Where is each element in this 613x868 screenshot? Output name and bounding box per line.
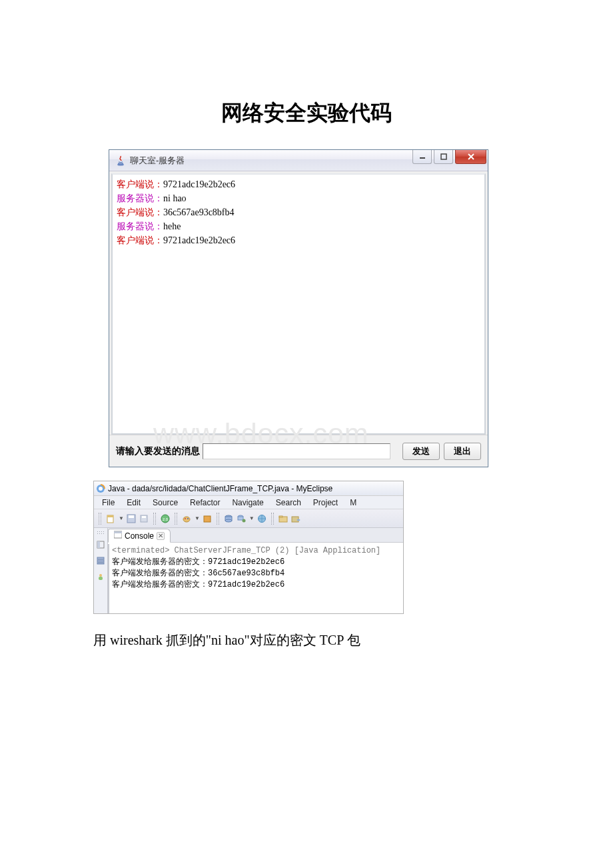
console-terminated-line: <terminated> ChatServerJFrame_TCP (2) [J…: [112, 545, 400, 557]
dropdown-arrow-icon[interactable]: ▼: [249, 515, 255, 521]
exit-button[interactable]: 退出: [444, 443, 481, 460]
console-tab-row: Console ✕: [108, 528, 403, 543]
eclipse-sidebar: [94, 528, 108, 613]
java-icon: [115, 155, 126, 166]
toolbar-grip: [153, 513, 156, 525]
input-label: 请输入要发送的消息: [116, 445, 200, 457]
svg-rect-29: [97, 541, 100, 548]
msg-value: hehe: [163, 221, 181, 231]
svg-rect-34: [99, 577, 103, 580]
svg-text:2.0: 2.0: [163, 517, 169, 521]
servers-icon[interactable]: [95, 555, 106, 566]
svg-point-33: [99, 574, 102, 577]
svg-rect-6: [107, 515, 113, 517]
window-controls: [412, 150, 488, 165]
caption-text: 用 wireshark 抓到的"ni hao"对应的密文 TCP 包: [93, 631, 613, 649]
message-input[interactable]: [203, 443, 390, 459]
svg-rect-8: [129, 515, 134, 518]
msg-value: 9721adc19e2b2ec6: [163, 235, 235, 245]
toolbar-grip: [99, 513, 101, 525]
console-tab[interactable]: Console ✕: [108, 529, 171, 543]
menu-project[interactable]: Project: [307, 497, 344, 508]
dropdown-arrow-icon[interactable]: ▼: [119, 515, 124, 521]
menu-edit[interactable]: Edit: [121, 497, 147, 508]
svg-rect-36: [114, 531, 122, 533]
svg-point-19: [225, 519, 232, 522]
toolbar-grip: [271, 513, 274, 525]
eclipse-main: Console ✕ <terminated> ChatServerJFrame_…: [108, 528, 403, 613]
globe2-icon[interactable]: [257, 513, 267, 524]
eclipse-titlebar: Java - dada/src/lidada/ChatClientJFrame_…: [94, 481, 403, 496]
eclipse-toolbar: ▼ 2.0 ▼ ▼: [94, 509, 403, 528]
new-icon[interactable]: [105, 513, 116, 524]
menu-file[interactable]: File: [96, 497, 121, 508]
svg-rect-31: [97, 560, 104, 562]
svg-rect-32: [97, 563, 104, 564]
chat-message-line: 服务器说：hehe: [117, 219, 480, 233]
palette-icon[interactable]: [181, 513, 192, 524]
svg-point-4: [99, 487, 103, 491]
svg-rect-16: [204, 516, 211, 522]
chat-message-line: 客户端说：36c567ae93c8bfb4: [117, 205, 480, 219]
console-icon: [114, 531, 122, 541]
chat-input-bar: 请输入要发送的消息 发送 退出: [109, 435, 488, 467]
close-button[interactable]: [455, 150, 486, 164]
save-all-icon[interactable]: [139, 513, 149, 524]
dropdown-arrow-icon[interactable]: ▼: [195, 515, 200, 521]
db-icon[interactable]: [223, 513, 234, 524]
close-tab-icon[interactable]: ✕: [157, 532, 165, 540]
msg-prefix: 服务器说：: [117, 193, 163, 203]
save-icon[interactable]: [126, 513, 137, 524]
msg-prefix: 服务器说：: [117, 221, 163, 231]
folder-icon[interactable]: [278, 513, 289, 524]
menu-navigate[interactable]: Navigate: [226, 497, 269, 508]
svg-rect-26: [292, 517, 299, 522]
msg-value: 9721adc19e2b2ec6: [163, 179, 235, 189]
menu-source[interactable]: Source: [147, 497, 184, 508]
chat-message-area: 客户端说：9721adc19e2b2ec6 服务器说：ni hao 客户端说：3…: [111, 173, 486, 435]
chat-message-line: 客户端说：9721adc19e2b2ec6: [117, 233, 480, 247]
msg-prefix: 客户端说：: [117, 235, 163, 245]
console-tab-label: Console: [125, 531, 154, 541]
eclipse-body: Console ✕ <terminated> ChatServerJFrame_…: [94, 528, 403, 613]
chat-message-line: 客户端说：9721adc19e2b2ec6: [117, 177, 480, 191]
box-icon[interactable]: [202, 513, 213, 524]
chat-window-title: 聊天室-服务器: [130, 155, 185, 167]
svg-point-27: [297, 519, 300, 520]
chat-window: 聊天室-服务器 客户端说：9721adc19e2b2ec6 服务器说：ni ha…: [109, 149, 488, 467]
svg-rect-21: [238, 517, 243, 520]
person-icon[interactable]: [95, 571, 106, 582]
eclipse-title-text: Java - dada/src/lidada/ChatClientJFrame_…: [108, 484, 332, 493]
maximize-button[interactable]: [434, 150, 453, 164]
toolbar-grip: [175, 513, 177, 525]
svg-point-14: [185, 518, 186, 519]
console-output-line: 客户端发给服务器的密文：36c567ae93c8bfb4: [112, 568, 400, 579]
toolbar-grip: [217, 513, 219, 525]
send-button[interactable]: 发送: [402, 443, 440, 460]
msg-prefix: 客户端说：: [117, 207, 163, 217]
svg-rect-2: [441, 154, 446, 159]
minimize-button[interactable]: [412, 150, 432, 164]
page-title: 网络安全实验代码: [0, 99, 613, 128]
db2-icon[interactable]: [236, 513, 247, 524]
console-output-line: 客户端发给服务器的密文：9721adc19e2b2ec6: [112, 557, 400, 568]
msg-value: 36c567ae93c8bfb4: [163, 207, 235, 217]
folder-db-icon[interactable]: [291, 513, 301, 524]
sidebar-grip: [97, 531, 105, 534]
menu-more[interactable]: M: [344, 497, 362, 508]
eclipse-window: Java - dada/src/lidada/ChatClientJFrame_…: [93, 481, 404, 614]
menu-refactor[interactable]: Refactor: [184, 497, 226, 508]
myeclipse-icon: [96, 484, 105, 493]
svg-point-15: [187, 518, 189, 519]
restore-view-icon[interactable]: [95, 539, 106, 550]
globe-icon[interactable]: 2.0: [160, 513, 171, 524]
svg-rect-30: [97, 557, 104, 559]
msg-value: ni hao: [163, 193, 187, 203]
svg-point-0: [118, 164, 124, 165]
msg-prefix: 客户端说：: [117, 179, 163, 189]
chat-titlebar: 聊天室-服务器: [109, 150, 488, 171]
svg-point-22: [242, 519, 245, 522]
menu-search[interactable]: Search: [270, 497, 307, 508]
eclipse-menubar: File Edit Source Refactor Navigate Searc…: [94, 496, 403, 509]
chat-message-line: 服务器说：ni hao: [117, 191, 480, 205]
